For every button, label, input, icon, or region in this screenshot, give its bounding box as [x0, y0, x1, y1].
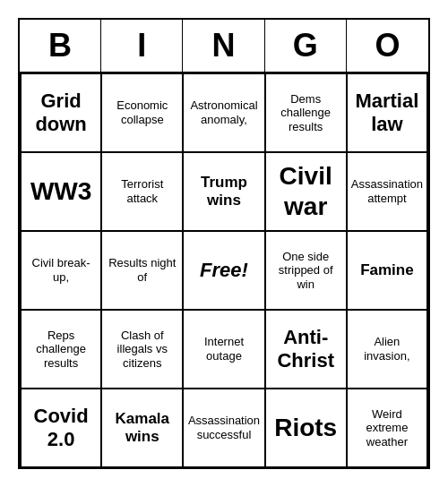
header-o: O [347, 20, 428, 72]
bingo-cell-14[interactable]: Famine [347, 231, 428, 310]
bingo-cell-13[interactable]: One side stripped of win [265, 231, 347, 310]
bingo-cell-7[interactable]: Trump wins [183, 152, 264, 231]
bingo-cell-23[interactable]: Riots [265, 389, 347, 467]
bingo-cell-18[interactable]: Anti-Christ [265, 310, 347, 389]
bingo-cell-20[interactable]: Covid 2.0 [20, 389, 101, 467]
bingo-card: B I N G O Grid downEconomic collapseAstr… [18, 18, 430, 469]
bingo-header: B I N G O [20, 20, 428, 73]
bingo-cell-24[interactable]: Weird extreme weather [347, 389, 428, 467]
bingo-cell-0[interactable]: Grid down [20, 73, 101, 152]
header-b: B [20, 20, 101, 72]
header-g: G [265, 20, 347, 72]
bingo-cell-21[interactable]: Kamala wins [101, 389, 183, 467]
bingo-cell-15[interactable]: Reps challenge results [20, 310, 101, 389]
bingo-cell-10[interactable]: Civil break-up, [20, 231, 101, 310]
bingo-cell-9[interactable]: Assassination attempt [347, 152, 428, 231]
header-i: I [101, 20, 183, 72]
bingo-cell-2[interactable]: Astronomical anomaly, [183, 73, 264, 152]
bingo-cell-11[interactable]: Results night of [101, 231, 183, 310]
bingo-cell-6[interactable]: Terrorist attack [101, 152, 183, 231]
bingo-grid: Grid downEconomic collapseAstronomical a… [20, 73, 428, 467]
bingo-cell-4[interactable]: Martial law [347, 73, 428, 152]
bingo-cell-17[interactable]: Internet outage [183, 310, 264, 389]
bingo-cell-19[interactable]: Alien invasion, [347, 310, 428, 389]
bingo-cell-22[interactable]: Assassination successful [183, 389, 264, 467]
bingo-cell-3[interactable]: Dems challenge results [265, 73, 347, 152]
bingo-cell-12[interactable]: Free! [183, 231, 264, 310]
bingo-cell-5[interactable]: WW3 [20, 152, 101, 231]
bingo-cell-8[interactable]: Civil war [265, 152, 347, 231]
header-n: N [183, 20, 264, 72]
bingo-cell-16[interactable]: Clash of illegals vs citizens [101, 310, 183, 389]
bingo-cell-1[interactable]: Economic collapse [101, 73, 183, 152]
